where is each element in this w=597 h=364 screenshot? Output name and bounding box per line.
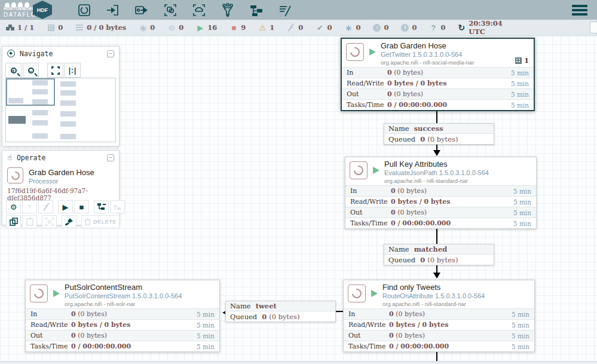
processor-putsolrcontentstream[interactable]: PutSolrContentStream PutSolrContentStrea… [25,280,220,352]
operate-panel: ☝ Operate − Grab Garden Hose Processor 1… [2,150,120,225]
group-button[interactable] [42,215,57,228]
active-threads-icon [48,25,54,31]
template-tool-icon[interactable] [249,2,264,18]
processor-icon [350,161,368,179]
delete-label: DELETE [93,219,117,225]
global-menu-icon[interactable] [572,5,587,16]
operate-title: Operate [17,154,45,162]
stop-icon: ■ [79,203,84,211]
operate-hand-icon: ☝ [7,154,12,161]
processor-grab-garden-hose[interactable]: Grab Garden Hose GetTwitter 1.5.0.3.1.0.… [341,38,535,111]
selection-name: Grab Garden Hose [29,168,94,177]
active-threads-count: 0 [58,23,63,32]
invalid-icon: ⚠ [258,23,267,32]
remote-process-group-tool-icon[interactable] [191,2,207,18]
enable-button[interactable]: ⚡ [22,200,37,213]
minimap-block [60,90,76,96]
zoom-out-icon: − [28,68,34,74]
output-port-tool-icon[interactable] [134,2,149,18]
running-status-icon [53,290,60,297]
minimap-block [32,110,48,115]
actual-size-button[interactable]: |:| [65,63,81,78]
zoom-fit-button[interactable] [47,63,63,78]
processor-icon [7,167,23,183]
birdseye-minimap[interactable] [5,78,116,142]
processor-icon [348,285,366,302]
trash-icon [84,218,91,225]
component-toolbar [76,2,293,18]
minimap-block [60,134,76,139]
start-button[interactable]: ▶ [58,200,73,213]
create-template-button[interactable] [94,200,109,213]
running-status-icon [369,48,376,56]
processor-bundle: org.apache.nifi - nifi-social-media-nar [381,59,474,66]
disable-button[interactable]: ⚡ [38,200,53,213]
running-status-icon [371,290,378,297]
minimap-block [60,81,76,87]
thread-count: 1 [524,57,529,65]
input-port-tool-icon[interactable] [105,2,121,18]
minimap-viewport[interactable] [6,78,55,106]
processor-find-only-tweets[interactable]: Find only Tweets RouteOnAttribute 1.5.0.… [343,280,535,352]
paste-icon [26,218,34,226]
template-upload-icon [113,203,122,211]
minimap-block [32,120,48,126]
up-to-date-icon: ✔ [316,23,324,32]
not-transmitting-icon: ⊘ [167,23,176,32]
minimap-block [60,100,76,106]
actual-size-icon: |:| [69,66,77,75]
navigate-panel: Navigate − + − |:| [2,46,120,146]
search-input-partial[interactable] [590,22,597,33]
locally-modified-icon: ∗ [344,23,353,32]
total-queued-icon [76,25,83,30]
running-icon: ▶ [196,23,204,32]
delete-button[interactable]: DELETE [81,215,120,228]
zoom-fit-icon [51,66,60,75]
processor-tool-icon[interactable] [76,2,92,18]
navigate-title: Navigate [20,50,53,58]
upload-template-button[interactable] [110,200,125,213]
collapse-navigate-button[interactable]: − [107,50,114,57]
processor-name: Grab Garden Hose [381,41,474,50]
stopped-icon: ■ [229,23,238,32]
connection-label-tweet[interactable]: Nametweet Queued0 (0 bytes) [225,301,336,322]
copy-icon [10,218,18,226]
minimap-block-selected [8,116,26,124]
fill-color-button[interactable] [62,215,76,228]
flow-canvas[interactable]: Grab Garden Hose GetTwitter 1.5.0.3.1.0.… [0,36,597,361]
process-group-tool-icon[interactable] [163,2,178,18]
navigate-compass-icon [7,50,15,57]
collapse-operate-button[interactable]: − [107,154,114,161]
active-threads-icon [515,57,522,64]
total-queued-value: 0 / 0 bytes [87,23,126,32]
minimap-block [60,111,76,117]
canvas-bottom-edge [0,361,597,364]
brush-icon [65,218,74,226]
zoom-in-button[interactable]: + [5,63,22,78]
paste-button[interactable] [22,215,37,228]
running-status-icon [373,167,379,174]
selection-id: 17f6d19f-6a6f-46df-97a7-dfef3856d877 [7,187,119,201]
minimap-block [60,121,76,127]
funnel-tool-icon[interactable] [220,2,235,18]
connection-label-success[interactable]: Namesuccess Queued0 (0 bytes) [384,123,494,145]
minimap-block [32,133,48,139]
selection-type: Processor [29,178,59,185]
sync-failure-icon: ? [429,23,437,32]
stale-icon: ↑ [373,24,381,32]
locally-modified-stale-icon: ! [401,24,409,32]
connection-label-matched[interactable]: Namematched Queued0 (0 bytes) [384,244,494,265]
last-refresh-time: 20:39:04 UTC [469,19,507,36]
brand-logo: HORTONWORKS DATAFLOW HDF [0,0,60,20]
copy-button[interactable] [6,215,21,228]
processor-type: GetTwitter 1.5.0.3.1.0.0-564 [381,51,474,58]
processor-icon [30,285,48,302]
processor-pull-key-attributes[interactable]: Pull Key Attributes EvaluateJsonPath 1.5… [345,157,537,229]
zoom-out-button[interactable]: − [23,63,39,78]
top-toolbar: HORTONWORKS DATAFLOW HDF [0,0,597,20]
stop-button[interactable]: ■ [74,200,89,213]
label-tool-icon[interactable] [277,2,293,18]
configuration-button[interactable]: ⚙ [6,200,21,213]
refresh-icon[interactable]: ↻ [458,23,465,32]
lightning-icon: ⚡ [27,203,32,211]
